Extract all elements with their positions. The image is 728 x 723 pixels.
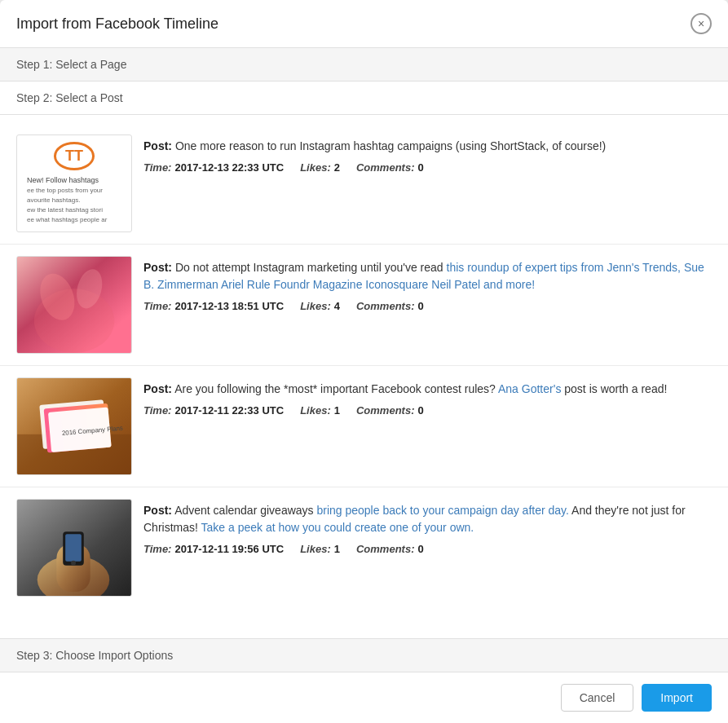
step2-bar: Step 2: Select a Post	[0, 82, 728, 115]
time-value: 2017-12-13 18:51 UTC	[174, 300, 284, 312]
dialog-header: Import from Facebook Timeline ×	[0, 0, 728, 48]
post-label: Post:	[143, 261, 172, 274]
time-label: Time:	[143, 543, 171, 555]
time-value: 2017-12-13 22:33 UTC	[174, 161, 284, 174]
post-meta-1: Time: 2017-12-13 22:33 UTC Likes: 2 Comm…	[143, 161, 712, 174]
post-body-link: Ana Gotter's	[498, 382, 561, 395]
post-item[interactable]: Post: Do not attempt Instagram marketing…	[0, 245, 728, 366]
likes-label: Likes:	[300, 300, 331, 312]
likes-label: Likes:	[300, 404, 331, 417]
comments-value: 0	[417, 404, 423, 417]
comments-item: Comments: 0	[356, 404, 424, 417]
posts-list: TT New! Follow hashtags ee the top posts…	[0, 115, 728, 638]
close-button[interactable]: ×	[690, 13, 712, 34]
post-body-link2: Take a peek at how you could create one …	[201, 521, 474, 534]
dialog-title: Import from Facebook Timeline	[16, 15, 218, 33]
post-thumbnail-1: TT New! Follow hashtags ee the top posts…	[16, 134, 132, 232]
post-meta-2: Time: 2017-12-13 18:51 UTC Likes: 4 Comm…	[143, 300, 712, 312]
comments-item: Comments: 0	[356, 161, 424, 174]
post-item[interactable]: Post: Advent calendar giveaways bring pe…	[0, 487, 728, 608]
post-body-link: bring people back to your campaign day a…	[316, 504, 568, 517]
post-body-plain: Are you following the *most* important F…	[174, 382, 498, 395]
post-label: Post:	[143, 504, 172, 517]
post-text-1: Post: One more reason to run Instagram h…	[143, 138, 712, 155]
post-thumbnail-4	[16, 499, 132, 597]
cancel-button[interactable]: Cancel	[561, 684, 634, 712]
likes-item: Likes: 1	[300, 404, 340, 417]
time-value: 2017-12-11 22:33 UTC	[174, 404, 284, 417]
post-body-plain: Do not attempt Instagram marketing until…	[175, 261, 447, 274]
comments-value: 0	[417, 543, 423, 555]
post-content-4: Post: Advent calendar giveaways bring pe…	[143, 499, 712, 555]
import-dialog: Import from Facebook Timeline × Step 1: …	[0, 0, 728, 723]
comments-label: Comments:	[356, 543, 415, 555]
time-item: Time: 2017-12-11 19:56 UTC	[143, 543, 284, 555]
post-meta-4: Time: 2017-12-11 19:56 UTC Likes: 1 Comm…	[143, 543, 712, 555]
comments-label: Comments:	[356, 161, 415, 174]
comments-value: 0	[417, 300, 423, 312]
time-label: Time:	[143, 300, 171, 312]
likes-label: Likes:	[300, 161, 331, 174]
thumb-image-2	[16, 257, 132, 353]
post-text-3: Post: Are you following the *most* impor…	[143, 381, 712, 398]
likes-item: Likes: 4	[300, 300, 340, 312]
post-thumbnail-3: 2016 Company Plans	[16, 377, 132, 475]
time-item: Time: 2017-12-11 22:33 UTC	[143, 404, 284, 417]
post-body-plain2: post is worth a read!	[564, 382, 667, 395]
post-meta-3: Time: 2017-12-11 22:33 UTC Likes: 1 Comm…	[143, 404, 712, 417]
svg-rect-14	[65, 534, 82, 561]
likes-value: 2	[334, 161, 340, 174]
time-value: 2017-12-11 19:56 UTC	[174, 543, 284, 555]
post-text-2: Post: Do not attempt Instagram marketing…	[143, 259, 712, 293]
likes-value: 1	[334, 543, 340, 555]
likes-value: 1	[334, 404, 340, 417]
post-body: One more reason to run Instagram hashtag…	[175, 139, 606, 152]
post-label: Post:	[143, 139, 172, 152]
step1-label: Step 1: Select a Page	[16, 58, 126, 71]
likes-label: Likes:	[300, 543, 331, 555]
time-label: Time:	[143, 161, 171, 174]
post-thumbnail-2	[16, 256, 132, 354]
likes-value: 4	[334, 300, 340, 312]
likes-item: Likes: 2	[300, 161, 340, 174]
time-item: Time: 2017-12-13 18:51 UTC	[143, 300, 284, 312]
post-label: Post:	[143, 382, 172, 395]
post-content-3: Post: Are you following the *most* impor…	[143, 377, 712, 417]
step3-bar: Step 3: Choose Import Options	[0, 638, 728, 672]
thumb-image-4	[16, 500, 131, 596]
step1-bar: Step 1: Select a Page	[0, 48, 728, 82]
thumb-text: New! Follow hashtags ee the top posts fr…	[24, 175, 125, 226]
comments-item: Comments: 0	[356, 300, 424, 312]
comments-label: Comments:	[356, 404, 415, 417]
step3-label: Step 3: Choose Import Options	[16, 649, 173, 662]
post-content-2: Post: Do not attempt Instagram marketing…	[143, 256, 712, 312]
comments-value: 0	[417, 161, 423, 174]
comments-label: Comments:	[356, 300, 415, 312]
hashtag-logo: TT	[54, 142, 95, 170]
post-content-1: Post: One more reason to run Instagram h…	[143, 134, 712, 174]
time-label: Time:	[143, 404, 171, 417]
time-item: Time: 2017-12-13 22:33 UTC	[143, 161, 284, 174]
thumb-image-3: 2016 Company Plans	[16, 378, 132, 474]
svg-point-15	[71, 561, 76, 566]
post-item[interactable]: 2016 Company Plans Post: Are you followi…	[0, 366, 728, 487]
post-text-4: Post: Advent calendar giveaways bring pe…	[143, 502, 712, 536]
post-body-plain: Advent calendar giveaways	[174, 504, 316, 517]
import-button[interactable]: Import	[642, 684, 712, 712]
post-item[interactable]: TT New! Follow hashtags ee the top posts…	[0, 123, 728, 245]
comments-item: Comments: 0	[356, 543, 424, 555]
step2-label: Step 2: Select a Post	[16, 91, 123, 104]
dialog-footer: Cancel Import	[0, 672, 728, 723]
likes-item: Likes: 1	[300, 543, 340, 555]
